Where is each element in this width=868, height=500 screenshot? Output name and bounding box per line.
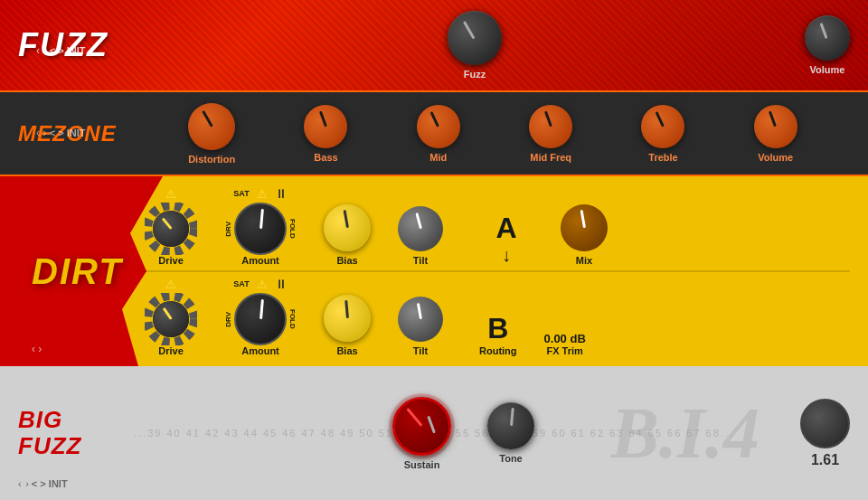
mezone-distortion-container: Distortion <box>188 103 235 165</box>
mezone-mid-label: Mid <box>429 152 447 163</box>
bigfuzz-title-label: BIG FUZZ <box>18 406 81 459</box>
dirt-tilt-b-container: Tilt <box>398 297 443 356</box>
bigfuzz-init-label: < > INIT <box>32 478 68 489</box>
dirt-row-a: ⚠ Drive SAT ⚠ ⏸ <box>145 186 850 270</box>
bigfuzz-value-display: 1.61 <box>811 452 839 468</box>
dirt-bias-b-knob[interactable] <box>324 295 371 342</box>
dirt-bias-a-label: Bias <box>336 255 357 266</box>
mezone-bass-knob[interactable] <box>304 105 347 148</box>
bigfuzz-next-button[interactable]: › <box>25 478 32 489</box>
mezone-nav[interactable]: ‹ › < > INIT <box>36 127 85 139</box>
bigfuzz-value-container: 1.61 <box>800 399 850 468</box>
mezone-prev-button[interactable]: ‹ <box>36 127 40 139</box>
mezone-bass-label: Bass <box>314 152 337 163</box>
bigfuzz-title-area: BIG FUZZ ‹ › < > INIT <box>18 407 127 458</box>
mezone-init-label: < > INIT <box>50 127 86 138</box>
mezone-volume-label: Volume <box>758 152 793 163</box>
bigfuzz-section: ...39 40 41 42 43 44 45 46 47 48 49 50 5… <box>0 366 868 500</box>
dirt-fxtrim-value: 0.00 dB <box>544 332 586 345</box>
dirt-drive-a-knob[interactable] <box>153 211 189 247</box>
fuzz-nav[interactable]: ‹ › < > INIT <box>36 44 85 57</box>
fuzz-next-button[interactable]: › <box>42 44 49 57</box>
fuzz-init-label: < > INIT <box>50 45 86 56</box>
dirt-pause-b[interactable]: ⏸ <box>275 277 288 291</box>
bigfuzz-knobs-area: Sustain Tone <box>127 397 800 470</box>
dirt-amount-b-knob[interactable] <box>234 293 287 345</box>
mezone-midfreq-knob[interactable] <box>529 105 572 148</box>
dirt-mix-container: Mix <box>561 204 608 266</box>
dirt-routing-a: A <box>495 212 516 245</box>
dirt-bias-a-container: Bias <box>324 204 371 266</box>
dirt-amount-b-label: Amount <box>241 345 279 356</box>
dirt-next-button[interactable]: › <box>38 343 42 355</box>
mezone-treble-container: Treble <box>641 105 684 163</box>
mezone-bass-container: Bass <box>304 105 347 163</box>
dirt-amount-a-knob[interactable] <box>234 203 287 255</box>
bigfuzz-sustain-container: Sustain <box>392 397 451 470</box>
dirt-bias-a-knob[interactable] <box>324 204 371 251</box>
dirt-bias-b-label: Bias <box>336 345 357 356</box>
dirt-routing-display: A ↓ <box>479 212 533 266</box>
dirt-tilt-a-knob[interactable] <box>398 206 443 251</box>
dirt-warning-amount-b: ⚠ <box>257 278 268 291</box>
dirt-rows: ⚠ Drive SAT ⚠ ⏸ <box>136 177 850 365</box>
mezone-treble-label: Treble <box>648 152 677 163</box>
dirt-routing-b-label: Routing <box>479 345 517 356</box>
dirt-drive-a-label: Drive <box>158 255 184 266</box>
bigfuzz-sustain-knob[interactable] <box>392 397 451 456</box>
bigfuzz-tone-knob[interactable] <box>487 402 534 449</box>
mezone-section: MEZONE ‹ › < > INIT Distortion Bass <box>0 90 868 176</box>
mezone-volume-knob[interactable] <box>754 105 797 148</box>
fuzz-prev-button[interactable]: ‹ <box>36 44 40 57</box>
mezone-knobs-area: Distortion Bass Mid Mid Freq <box>136 103 850 165</box>
dirt-routing-arrow: ↓ <box>502 245 511 266</box>
fuzz-volume-label: Volume <box>810 64 845 75</box>
dirt-routing-b: B <box>487 312 508 345</box>
dirt-mix-knob[interactable] <box>561 204 608 251</box>
dirt-pause-a[interactable]: ⏸ <box>275 186 288 201</box>
dirt-drive-b-label: Drive <box>158 345 184 356</box>
dirt-warning-a: ⚠ <box>165 187 176 201</box>
mezone-volume-container: Volume <box>754 105 797 163</box>
fuzz-volume-knob-container: Volume <box>805 15 850 75</box>
mezone-midfreq-container: Mid Freq <box>529 105 572 163</box>
mezone-distortion-label: Distortion <box>188 154 235 165</box>
bigfuzz-sustain-label: Sustain <box>404 459 440 470</box>
dirt-bias-b-container: Bias <box>324 295 371 356</box>
bigfuzz-nav[interactable]: ‹ › < > INIT <box>18 475 68 491</box>
fuzz-knob-container: Fuzz <box>448 11 502 80</box>
mezone-next-button[interactable]: › <box>42 127 49 139</box>
dirt-mix-label: Mix <box>576 255 592 266</box>
bigfuzz-value-knob[interactable] <box>800 399 850 448</box>
bigfuzz-tone-label: Tone <box>499 453 522 464</box>
dirt-title: DIRT <box>18 251 136 292</box>
fuzz-knob[interactable] <box>448 11 502 65</box>
dirt-tilt-a-label: Tilt <box>413 255 428 266</box>
mezone-mid-knob[interactable] <box>417 105 460 148</box>
mezone-mid-container: Mid <box>417 105 460 163</box>
dirt-tilt-a-container: Tilt <box>398 206 443 266</box>
dirt-prev-button[interactable]: ‹ <box>32 343 35 355</box>
dirt-warning-b: ⚠ <box>165 278 176 291</box>
mezone-midfreq-label: Mid Freq <box>530 152 571 163</box>
dirt-section: DIRT ‹ › ⚠ Drive <box>0 176 868 366</box>
dirt-tilt-b-knob[interactable] <box>398 297 443 342</box>
dirt-warning-amount-a: ⚠ <box>257 187 268 201</box>
fuzz-knob-label: Fuzz <box>464 69 486 80</box>
bigfuzz-prev-button[interactable]: ‹ <box>18 478 22 489</box>
dirt-drive-b-knob[interactable] <box>153 301 189 337</box>
dirt-tilt-b-label: Tilt <box>413 345 428 356</box>
dirt-amount-a-label: Amount <box>241 255 279 266</box>
bigfuzz-title-text: BIG FUZZ <box>18 407 127 458</box>
dirt-fxtrim-label: FX Trim <box>547 345 583 356</box>
dirt-nav[interactable]: ‹ › <box>32 343 42 355</box>
mezone-treble-knob[interactable] <box>641 105 684 148</box>
fuzz-volume-knob[interactable] <box>805 15 850 61</box>
mezone-distortion-knob[interactable] <box>188 103 235 150</box>
dirt-row-b: ⚠ Drive SAT ⚠ ⏸ <box>145 270 850 356</box>
bigfuzz-tone-container: Tone <box>487 402 534 464</box>
fuzz-section: FUZZ ‹ › < > INIT Fuzz Volume <box>0 0 868 90</box>
